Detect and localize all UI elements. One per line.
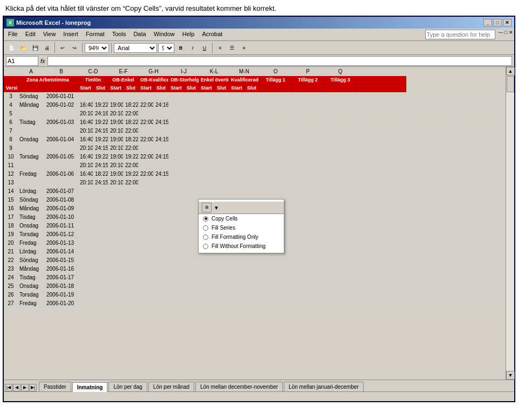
popup-item-fill-formatting[interactable]: Fill Formatting Only — [199, 232, 284, 242]
cell[interactable] — [357, 222, 406, 230]
cell[interactable] — [229, 256, 244, 265]
cell[interactable] — [199, 187, 214, 196]
cell[interactable] — [78, 196, 93, 204]
cell[interactable] — [139, 161, 154, 170]
cell[interactable] — [292, 299, 324, 308]
help-search-input[interactable] — [425, 30, 495, 39]
cell[interactable]: 19:00 — [108, 153, 124, 161]
italic-button[interactable]: I — [187, 43, 198, 53]
cell[interactable] — [169, 196, 184, 204]
cell[interactable] — [214, 127, 229, 135]
cell[interactable] — [184, 222, 199, 230]
align-left-button[interactable]: ≡ — [215, 43, 226, 53]
cell[interactable] — [324, 299, 357, 308]
cell[interactable] — [229, 282, 244, 291]
popup-item-fill-series[interactable]: Fill Series — [199, 223, 284, 232]
cell[interactable] — [357, 265, 406, 273]
cell[interactable] — [292, 282, 324, 291]
cell[interactable] — [124, 230, 139, 239]
cell[interactable]: 2006-01-18 — [45, 282, 78, 291]
cell[interactable] — [169, 92, 184, 101]
cell[interactable] — [292, 178, 324, 187]
cell[interactable] — [139, 282, 154, 291]
col-a[interactable]: A — [18, 67, 45, 76]
cell[interactable]: Måndag — [18, 101, 45, 109]
cell[interactable] — [260, 144, 292, 153]
font-select[interactable]: Arial — [114, 43, 157, 53]
cell[interactable] — [139, 109, 154, 118]
cell[interactable] — [214, 187, 229, 196]
cell[interactable] — [139, 247, 154, 256]
cell[interactable] — [169, 161, 184, 170]
cell[interactable]: 2006-01-04 — [45, 135, 78, 144]
cell[interactable] — [154, 273, 169, 282]
cell[interactable] — [154, 299, 169, 308]
cell[interactable] — [169, 230, 184, 239]
cell[interactable] — [229, 178, 244, 187]
cell[interactable] — [199, 178, 214, 187]
cell[interactable] — [78, 299, 93, 308]
cell[interactable] — [406, 230, 456, 239]
cell[interactable] — [406, 127, 456, 135]
cell[interactable]: 16:40 — [78, 101, 93, 109]
cell[interactable] — [292, 170, 324, 178]
cell[interactable] — [169, 204, 184, 213]
cell[interactable] — [244, 118, 260, 127]
cell[interactable] — [184, 101, 199, 109]
cell[interactable] — [154, 92, 169, 101]
cell[interactable] — [154, 282, 169, 291]
cell[interactable] — [260, 127, 292, 135]
cell[interactable] — [184, 135, 199, 144]
cell[interactable] — [184, 109, 199, 118]
cell[interactable] — [139, 144, 154, 153]
cell[interactable] — [229, 161, 244, 170]
cell[interactable]: 22:00 — [124, 161, 139, 170]
cell[interactable] — [45, 178, 78, 187]
cell[interactable] — [199, 161, 214, 170]
cell[interactable] — [406, 299, 456, 308]
cell[interactable] — [184, 299, 199, 308]
cell[interactable] — [199, 299, 214, 308]
cell[interactable]: Måndag — [18, 265, 45, 273]
cell[interactable] — [357, 299, 406, 308]
cell[interactable] — [357, 256, 406, 265]
cell[interactable] — [45, 161, 78, 170]
cell[interactable] — [244, 144, 260, 153]
cell[interactable] — [139, 239, 154, 247]
cell[interactable] — [406, 161, 456, 170]
cell[interactable] — [244, 127, 260, 135]
popup-item-copy-cells[interactable]: Copy Cells — [199, 214, 284, 223]
cell[interactable]: 24:15 — [154, 118, 169, 127]
cell[interactable] — [214, 144, 229, 153]
cell[interactable] — [456, 170, 506, 178]
tab-lon-per-manad[interactable]: Lön per månad — [148, 382, 194, 391]
cell[interactable]: Söndag — [18, 256, 45, 265]
cell[interactable] — [406, 135, 456, 144]
cell[interactable]: 22:00 — [139, 170, 154, 178]
cell[interactable] — [184, 118, 199, 127]
cell[interactable] — [154, 265, 169, 273]
cell[interactable] — [124, 222, 139, 230]
cell[interactable]: 2006-01-14 — [45, 247, 78, 256]
cell[interactable]: 2006-01-17 — [45, 273, 78, 282]
cell[interactable] — [324, 144, 357, 153]
cell[interactable] — [244, 187, 260, 196]
menu-window[interactable]: Window — [151, 30, 178, 39]
cell[interactable] — [260, 291, 292, 299]
cell[interactable]: 19:00 — [108, 118, 124, 127]
cell[interactable] — [108, 299, 124, 308]
cell[interactable] — [244, 135, 260, 144]
cell[interactable] — [78, 282, 93, 291]
cell[interactable] — [169, 153, 184, 161]
cell[interactable] — [324, 187, 357, 196]
cell[interactable] — [154, 196, 169, 204]
cell[interactable] — [108, 213, 124, 222]
cell[interactable]: 16:40 — [78, 135, 93, 144]
cell[interactable] — [456, 291, 506, 299]
cell[interactable] — [93, 204, 108, 213]
cell[interactable] — [154, 247, 169, 256]
cell[interactable] — [169, 239, 184, 247]
cell[interactable] — [139, 213, 154, 222]
cell[interactable] — [456, 135, 506, 144]
cell[interactable] — [124, 213, 139, 222]
